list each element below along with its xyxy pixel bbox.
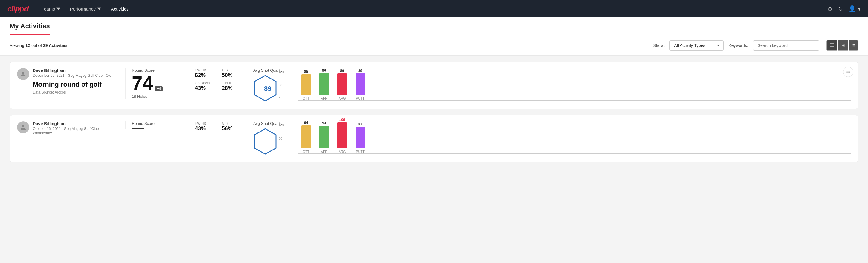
activity-title: Morning round of golf (33, 81, 119, 88)
filter-bar: Viewing 12 out of 29 Activities Show: Al… (0, 35, 868, 56)
user-info-2: Dave Billingham October 16, 2021 - Gog M… (33, 121, 119, 135)
bar-chart: 100 50 0 85 OTT (288, 70, 851, 100)
score-label: Round Score (132, 68, 186, 72)
keywords-label: Keywords: (728, 43, 748, 48)
nav-activities[interactable]: Activities (111, 6, 129, 11)
bar-ott-2: 94 OTT (301, 121, 311, 153)
user-section: Dave Billingham December 05, 2021 - Gog … (17, 68, 119, 94)
stats-section-2: FW Hit 43% GIR 56% (189, 121, 243, 132)
avatar (17, 68, 29, 80)
score-dash (132, 128, 144, 129)
nav-performance[interactable]: Performance (70, 6, 101, 11)
viewing-count: Viewing 12 out of 29 Activities (10, 43, 645, 48)
y-axis-labels-2: 100 50 0 (279, 124, 284, 154)
activity-type-select[interactable]: All Activity Types (670, 40, 724, 51)
bars-area-2: 94 OTT 93 APP 106 ARG (298, 124, 851, 154)
data-source: Data Source: Arccos (33, 90, 119, 94)
nav-right: ⊕ ↻ 👤 ▾ (828, 5, 861, 12)
bar-arg-2: 106 ARG (337, 118, 347, 153)
stat-gir: GIR 50% (222, 68, 243, 79)
hex-score: 89 (264, 85, 271, 93)
y-axis-labels: 100 50 0 (279, 70, 284, 100)
bar-ott: 85 OTT (301, 69, 311, 100)
bar-putt-2: 87 PUTT (355, 122, 365, 153)
svg-point-2 (22, 125, 24, 127)
bar-app-2: 93 APP (319, 121, 329, 153)
stat-updown: Up/Down 43% (195, 81, 216, 91)
score-section-2: Round Score (125, 121, 186, 129)
activity-card: ✏ Dave Billingham December 05, 2021 - Go… (10, 62, 858, 109)
user-date-2: October 16, 2021 - Gog Magog Golf Club -… (33, 127, 119, 135)
activity-card-2: Dave Billingham October 16, 2021 - Gog M… (10, 115, 858, 162)
bar-chart-2: 100 50 0 94 OTT 93 APP (288, 124, 851, 154)
score-holes: 18 Holes (132, 94, 186, 99)
bar-putt: 89 PUTT (355, 68, 365, 100)
grid-view-button[interactable]: ⊞ (838, 40, 848, 51)
user-date: December 05, 2021 - Gog Magog Golf Club … (33, 74, 119, 78)
stat-1putt: 1 Putt 28% (222, 81, 243, 91)
user-section-2: Dave Billingham October 16, 2021 - Gog M… (17, 121, 119, 135)
hexagon-wrapper-2 (253, 128, 282, 156)
user-name-2: Dave Billingham (33, 121, 119, 126)
score-value: 74 +4 (132, 74, 186, 93)
refresh-icon[interactable]: ↻ (838, 5, 843, 12)
stats-section: FW Hit 62% GIR 50% Up/Down 43% 1 Putt 28… (189, 68, 243, 91)
list-view-button[interactable]: ≡ (849, 40, 858, 51)
bars-area: 85 OTT 90 APP (298, 70, 851, 100)
nav-teams[interactable]: Teams (42, 6, 60, 11)
avatar-2 (17, 121, 29, 133)
score-label-2: Round Score (132, 121, 186, 126)
page-header: My Activities (0, 18, 868, 35)
user-name: Dave Billingham (33, 68, 119, 73)
bar-arg: 89 ARG (337, 68, 347, 100)
show-label: Show: (653, 43, 665, 48)
svg-point-0 (22, 71, 24, 74)
quality-section-2: Avg Shot Quality 100 50 0 (246, 121, 851, 156)
search-input[interactable] (753, 40, 819, 51)
hexagon-wrapper: 89 (253, 75, 282, 103)
stat-gir-2: GIR 56% (222, 121, 243, 132)
quality-section: Avg Shot Quality 89 100 50 0 (246, 68, 851, 103)
svg-marker-3 (254, 129, 276, 154)
view-buttons: ☰ ⊞ ≡ (827, 40, 858, 51)
bar-app: 90 APP (319, 68, 329, 100)
compact-list-view-button[interactable]: ☰ (827, 40, 837, 51)
quality-label-2: Avg Shot Quality (253, 121, 282, 126)
navbar: clippd Teams Performance Activities ⊕ ↻ … (0, 0, 868, 18)
user-menu[interactable]: 👤 ▾ (848, 5, 861, 12)
score-section: Round Score 74 +4 18 Holes (125, 68, 186, 99)
content-area: ✏ Dave Billingham December 05, 2021 - Go… (0, 56, 868, 174)
stat-fw-hit: FW Hit 62% (195, 68, 216, 79)
user-info: Dave Billingham December 05, 2021 - Gog … (33, 68, 119, 94)
page-title: My Activities (10, 22, 50, 35)
add-icon[interactable]: ⊕ (828, 5, 833, 12)
stat-fw-hit-2: FW Hit 43% (195, 121, 216, 132)
score-badge: +4 (155, 86, 163, 91)
logo[interactable]: clippd (7, 4, 29, 13)
quality-label: Avg Shot Quality (253, 68, 282, 72)
